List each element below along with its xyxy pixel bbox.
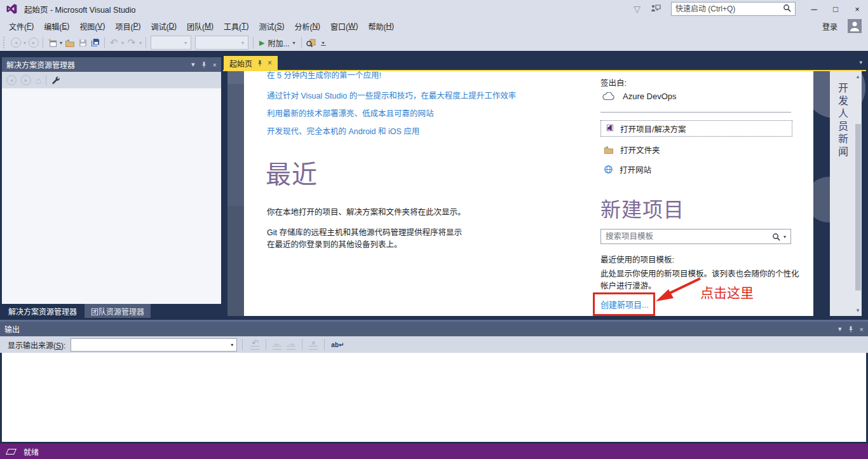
close-icon[interactable]: × <box>860 325 864 333</box>
new-project-dropdown-icon[interactable]: ▾ <box>60 40 62 46</box>
menu-help[interactable]: 帮助(H) <box>363 18 399 34</box>
avatar[interactable] <box>848 19 862 33</box>
home-icon[interactable]: ⌂ <box>36 75 41 86</box>
open-folder-button[interactable]: 打开文件夹 <box>600 141 792 158</box>
pin-icon[interactable] <box>201 61 207 69</box>
attach-label: 附加... <box>268 38 290 48</box>
save-all-button[interactable] <box>89 36 102 50</box>
maximize-button[interactable]: □ <box>825 0 846 18</box>
tab-solution-explorer[interactable]: 解决方案资源管理器 <box>2 304 83 318</box>
search-icon <box>783 4 791 14</box>
open-project-label: 打开项目/解决方案 <box>620 123 686 135</box>
quick-launch-input[interactable] <box>675 4 783 13</box>
save-button[interactable] <box>76 36 89 50</box>
solution-explorer-title: 解决方案资源管理器 <box>6 59 75 70</box>
solution-explorer-content[interactable] <box>2 88 221 304</box>
platform-combobox[interactable]: ▾ <box>195 36 248 50</box>
output-panel-header[interactable]: 输出 ▾ × <box>0 322 868 336</box>
output-title: 输出 <box>4 324 20 334</box>
properties-wrench-icon[interactable] <box>51 76 60 85</box>
divider <box>600 112 791 113</box>
toolbar-options-button[interactable]: ▾ <box>317 36 330 50</box>
jump-to-message-icon[interactable]: ↶ <box>248 338 262 351</box>
sign-in-link[interactable]: 登录 <box>822 21 837 32</box>
azure-devops-link[interactable]: Azure DevOps <box>602 92 677 101</box>
quick-launch-box[interactable] <box>671 2 796 16</box>
azure-devops-label: Azure DevOps <box>623 92 677 101</box>
window-position-dropdown-icon[interactable]: ▾ <box>838 325 842 333</box>
configuration-combobox[interactable]: ▾ <box>151 36 191 50</box>
project-template-search-input[interactable] <box>606 232 769 241</box>
output-content[interactable] <box>2 353 866 444</box>
back-icon[interactable]: ◂ <box>6 75 17 85</box>
developer-news-label[interactable]: 开发人员新闻 <box>834 83 850 159</box>
tab-list-dropdown-icon[interactable]: ▾ <box>859 59 862 65</box>
redo-button[interactable]: ↷ <box>125 36 138 50</box>
start-page-body: 在 5 分钟内生成你的第一个应用! 通过针对 Visual Studio 的一些… <box>244 71 813 316</box>
checkout-from-label: 签出自: <box>600 76 627 88</box>
menu-team[interactable]: 团队(M) <box>182 18 219 34</box>
toggle-word-wrap-icon[interactable]: ab↵ <box>331 341 344 348</box>
find-in-files-button[interactable] <box>304 36 317 50</box>
cloud-icon <box>602 92 616 100</box>
toolbar-grip[interactable] <box>3 37 6 48</box>
navigate-back-button[interactable]: ◂ <box>10 36 22 50</box>
globe-icon <box>604 165 613 174</box>
visual-studio-logo-icon <box>5 3 18 15</box>
clear-all-icon[interactable]: × <box>306 338 320 351</box>
annotation-arrow <box>653 276 703 304</box>
navigate-forward-button[interactable]: ▸ <box>27 36 40 50</box>
new-project-button[interactable] <box>46 36 58 50</box>
get-started-link-2[interactable]: 通过针对 Visual Studio 的一些提示和技巧，在最大程度上提升工作效率 <box>267 89 516 101</box>
menu-edit[interactable]: 编辑(E) <box>39 18 74 34</box>
new-project-heading: 新建项目 <box>600 193 684 223</box>
close-icon[interactable]: × <box>268 58 272 67</box>
menu-project[interactable]: 项目(P) <box>110 18 146 34</box>
output-source-combobox[interactable]: ▾ <box>71 338 237 352</box>
attach-dropdown-icon[interactable]: ▾ <box>293 40 295 46</box>
tab-start-page[interactable]: 起始页 × <box>224 56 278 70</box>
developer-news-panel[interactable]: 开发人员新闻 ▴ ▾ <box>830 71 862 316</box>
back-dropdown-icon[interactable]: ▾ <box>24 40 26 46</box>
project-template-search-box[interactable]: ▾ <box>600 229 791 244</box>
menu-view[interactable]: 视图(V) <box>74 18 110 34</box>
get-started-link-4[interactable]: 开发现代、完全本机的 Android 和 iOS 应用 <box>267 125 419 137</box>
previous-message-icon[interactable]: ← <box>270 338 284 351</box>
search-dropdown-icon[interactable]: ▾ <box>783 234 786 240</box>
undo-dropdown-icon[interactable]: ▾ <box>121 40 124 46</box>
open-website-button[interactable]: 打开网站 <box>600 161 792 177</box>
filter-icon[interactable]: ▽ <box>634 4 641 14</box>
scrollbar-thumb[interactable] <box>855 124 861 291</box>
get-started-link-3[interactable]: 利用最新的技术部署漂亮、低成本且可靠的网站 <box>267 107 434 119</box>
open-project-solution-button[interactable]: 打开项目/解决方案 <box>600 120 792 137</box>
open-file-button[interactable] <box>64 36 76 50</box>
close-button[interactable]: × <box>846 0 868 18</box>
menu-tools[interactable]: 工具(T) <box>219 18 254 34</box>
scroll-up-icon[interactable]: ▴ <box>855 73 861 79</box>
chevron-down-icon: ▾ <box>241 40 244 46</box>
close-icon[interactable]: × <box>213 61 217 69</box>
menu-window[interactable]: 窗口(W) <box>325 18 363 34</box>
attach-to-process-button[interactable]: ▶ 附加... ▾ <box>256 38 299 48</box>
solution-explorer-header[interactable]: 解决方案资源管理器 ▾ × <box>2 57 221 72</box>
menu-bar: 文件(F) 编辑(E) 视图(V) 项目(P) 调试(D) 团队(M) 工具(T… <box>0 18 868 34</box>
recent-description-2b: 在最近的你登录到的其他设备列表上。 <box>267 238 402 250</box>
feedback-icon[interactable] <box>651 4 661 15</box>
window-position-dropdown-icon[interactable]: ▾ <box>191 60 195 69</box>
redo-dropdown-icon[interactable]: ▾ <box>139 40 142 46</box>
open-folder-icon <box>65 39 75 47</box>
pin-icon[interactable] <box>848 325 853 333</box>
forward-icon[interactable]: ▸ <box>21 75 31 85</box>
get-started-link-1[interactable]: 在 5 分钟内生成你的第一个应用! <box>267 71 381 81</box>
minimize-button[interactable]: ─ <box>803 0 825 18</box>
menu-test[interactable]: 测试(S) <box>254 18 289 34</box>
pin-icon[interactable] <box>257 60 262 67</box>
next-message-icon[interactable]: → <box>284 338 298 351</box>
menu-debug[interactable]: 调试(D) <box>146 18 182 34</box>
undo-button[interactable]: ↶ <box>107 36 120 50</box>
open-folder-icon <box>604 146 614 154</box>
menu-file[interactable]: 文件(F) <box>4 18 39 34</box>
tab-team-explorer[interactable]: 团队资源管理器 <box>85 304 151 318</box>
menu-analyze[interactable]: 分析(N) <box>289 18 325 34</box>
scroll-down-icon[interactable]: ▾ <box>855 307 861 313</box>
